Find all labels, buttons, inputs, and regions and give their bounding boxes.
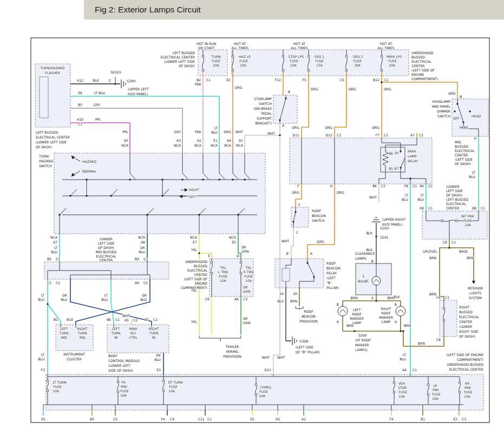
diagram-label: BUSSED bbox=[455, 144, 468, 148]
diagram-label: PPL bbox=[95, 117, 101, 121]
fuse-icon bbox=[240, 261, 242, 263]
diagram-label: BLU bbox=[139, 250, 145, 254]
diagram-label: A1 bbox=[239, 139, 243, 142]
junction-dot bbox=[198, 214, 200, 215]
diagram-label: C2 bbox=[337, 133, 341, 137]
diagram-label: C8 bbox=[436, 338, 441, 341]
fuse-icon bbox=[282, 55, 284, 57]
diagram-label: LT bbox=[54, 246, 58, 249]
diagram-label: D bbox=[237, 254, 239, 258]
diagram-label: SIDE OF DASH) bbox=[108, 368, 133, 372]
diagram-label: NCA bbox=[194, 143, 202, 147]
fuse-icon bbox=[393, 381, 395, 384]
diagram-label: E3 bbox=[156, 368, 161, 372]
diagram-label: GRN bbox=[241, 249, 249, 253]
diagram-label: TRL bbox=[245, 266, 252, 269]
diagram-label: LEFT BUSSED bbox=[36, 130, 58, 134]
junction-dot bbox=[354, 330, 355, 332]
diagram-label: BUSSED bbox=[411, 55, 425, 59]
diagram-label: ORG bbox=[337, 190, 344, 194]
diagram-label: (LOWER LEFT SIDE bbox=[36, 140, 67, 144]
fuse-icon bbox=[47, 390, 49, 392]
diagram-label: AND PANEL bbox=[431, 104, 450, 108]
junction-dot bbox=[279, 134, 280, 136]
diagram-label: 87 bbox=[394, 167, 398, 170]
diagram-label: (LEFT SIDE bbox=[296, 345, 313, 349]
junction-dot bbox=[129, 179, 130, 180]
diagram-label: PARK bbox=[460, 126, 469, 129]
diagram-label: ORG bbox=[325, 126, 332, 129]
diagram-label: LT BLU bbox=[94, 91, 105, 95]
diagram-label: DK bbox=[140, 246, 146, 249]
diagram-label: MID bbox=[455, 140, 461, 144]
diagram-label: BRACKET) bbox=[256, 121, 272, 125]
diagram-label: LAMPS) bbox=[355, 348, 368, 352]
diagram-label: BRN bbox=[429, 292, 436, 296]
fuse-icon bbox=[47, 380, 49, 382]
component-box bbox=[440, 300, 457, 337]
diagram-label: NCA bbox=[190, 235, 198, 239]
diagram-label: PARK bbox=[129, 327, 138, 331]
diagram-label: OF DASH) bbox=[459, 334, 475, 338]
diagram-label: 15A bbox=[316, 63, 323, 67]
junction-dot bbox=[294, 211, 296, 213]
diagram-label: TURN bbox=[59, 331, 69, 335]
diagram-label: C1 bbox=[153, 318, 158, 321]
diagram-label: A8 bbox=[141, 240, 145, 244]
diagram-label: WHT bbox=[267, 131, 276, 135]
junction-dot bbox=[181, 179, 183, 180]
diagram-label: YEL bbox=[191, 288, 198, 292]
diagram-label: (LOWER bbox=[459, 325, 473, 328]
diagram-label: NCA bbox=[138, 235, 146, 239]
diagram-label: IN bbox=[114, 335, 117, 339]
diagram-label: RLY bbox=[130, 331, 136, 335]
diagram-label: B1 bbox=[54, 318, 58, 321]
junction-dot bbox=[400, 150, 401, 152]
fuse-icon bbox=[240, 272, 242, 274]
diagram-label: 10A bbox=[245, 279, 252, 282]
diagram-label: 20A bbox=[290, 63, 297, 67]
junction-dot bbox=[313, 276, 315, 278]
diagram-label: A5 bbox=[125, 318, 129, 322]
diagram-label: BUSSED bbox=[459, 310, 473, 314]
junction-dot bbox=[375, 235, 377, 237]
diagram-label: MARKER bbox=[355, 343, 370, 347]
diagram-label: PNK bbox=[195, 82, 202, 86]
junction-dot bbox=[402, 330, 404, 332]
diagram-label: LAMP bbox=[382, 320, 391, 324]
diagram-label: F3 bbox=[41, 368, 45, 372]
diagram-label: RIGHT SIDE bbox=[459, 329, 478, 333]
diagram-label: HEAD bbox=[472, 114, 481, 118]
diagram-label: A4 bbox=[402, 368, 407, 372]
diagram-label: ORG bbox=[384, 87, 391, 91]
diagram-label: C1 bbox=[413, 368, 417, 372]
diagram-label: FUSE bbox=[464, 390, 473, 394]
diagram-label: STOP bbox=[398, 386, 407, 390]
fuse-icon bbox=[117, 391, 119, 393]
diagram-label: C8 bbox=[443, 240, 447, 244]
fuse-icon bbox=[162, 390, 165, 392]
diagram-label: LT bbox=[41, 353, 45, 357]
diagram-label: C5 bbox=[340, 78, 344, 82]
diagram-label: MARKER bbox=[379, 315, 394, 319]
diagram-label: B1 bbox=[421, 417, 425, 421]
diagram-label: (LEFT bbox=[326, 276, 336, 280]
diagram-label: F7 bbox=[376, 133, 380, 137]
diagram-label: C2 bbox=[428, 184, 433, 188]
fuse-icon bbox=[381, 55, 383, 57]
diagram-label: NCA bbox=[229, 235, 237, 239]
diagram-label: PRK bbox=[464, 386, 472, 390]
diagram-label: C6 bbox=[205, 297, 210, 301]
diagram-label: ROOF bbox=[326, 261, 336, 265]
diagram-label: E bbox=[208, 254, 210, 258]
diagram-label: HOT AT bbox=[380, 42, 392, 45]
diagram-label: ALL TIMES bbox=[377, 46, 395, 50]
diagram-label: FUSE bbox=[219, 274, 227, 278]
diagram-label: COMPARTMENT) bbox=[457, 358, 483, 361]
diagram-label: ENGINE bbox=[195, 281, 207, 285]
diagram-label: HAZ LP bbox=[239, 55, 251, 58]
fuse-icon bbox=[255, 384, 257, 386]
diagram-label: RIGHT bbox=[381, 307, 391, 311]
diagram-label: BLU bbox=[154, 358, 161, 361]
diagram-label: C1 bbox=[428, 206, 433, 210]
